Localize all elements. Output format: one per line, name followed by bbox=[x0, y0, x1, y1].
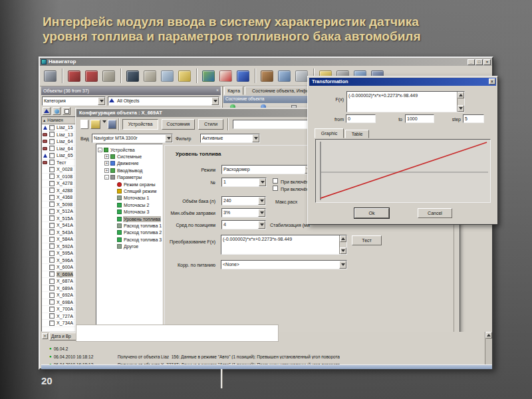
from-field[interactable]: 0 bbox=[346, 114, 376, 123]
chevron-down-icon[interactable] bbox=[98, 97, 105, 105]
chevron-down-icon[interactable] bbox=[211, 97, 219, 105]
object-checkbox[interactable] bbox=[49, 251, 55, 256]
chevron-down-icon[interactable] bbox=[165, 134, 172, 142]
tab-table[interactable]: Table bbox=[345, 130, 369, 138]
save-icon[interactable] bbox=[108, 120, 116, 129]
new-document-icon[interactable] bbox=[80, 120, 88, 129]
object-checkbox[interactable] bbox=[49, 167, 55, 172]
printer-icon[interactable] bbox=[100, 68, 117, 84]
tree-item[interactable]: Расход топлива 3 bbox=[96, 236, 162, 243]
object-checkbox[interactable] bbox=[49, 279, 55, 284]
ignition-checkbox-1[interactable] bbox=[273, 178, 278, 184]
object-checkbox[interactable] bbox=[49, 125, 55, 130]
object-checkbox[interactable] bbox=[49, 195, 55, 200]
terminal-panel-icon[interactable] bbox=[124, 68, 141, 84]
transformation-titlebar[interactable]: Transformation × bbox=[309, 78, 496, 86]
config-tab-states[interactable]: Состояния bbox=[162, 119, 195, 130]
test-button[interactable]: Тест bbox=[352, 235, 382, 245]
tree-item[interactable]: Расход топлива 2 bbox=[96, 229, 162, 236]
config-tab-devices[interactable]: Устройства bbox=[122, 119, 158, 130]
filter-combo[interactable]: Активные bbox=[200, 134, 260, 143]
avg-positions-combo[interactable]: 4 bbox=[221, 220, 266, 229]
scatter-chart-icon[interactable] bbox=[159, 68, 176, 84]
scroll-up-icon[interactable] bbox=[485, 332, 492, 338]
object-checkbox[interactable] bbox=[49, 153, 55, 158]
object-checkbox[interactable] bbox=[49, 174, 55, 179]
object-checkbox[interactable] bbox=[49, 229, 55, 235]
object-checkbox[interactable] bbox=[49, 265, 55, 270]
tree-item[interactable]: -Параметры bbox=[96, 174, 162, 181]
object-checkbox[interactable] bbox=[49, 243, 55, 249]
to-field[interactable]: 1000 bbox=[405, 114, 434, 123]
object-list-column-name[interactable]: Наимен bbox=[47, 117, 63, 124]
view-combo[interactable]: Navigator MTA 3300r bbox=[92, 134, 173, 143]
window-titlebar[interactable]: Навигатор _ □ × bbox=[40, 58, 492, 66]
expand-icon[interactable]: + bbox=[104, 154, 109, 159]
scroll-up-icon[interactable] bbox=[340, 235, 346, 242]
chevron-down-icon[interactable] bbox=[258, 197, 265, 205]
log-close-icon[interactable]: × bbox=[42, 333, 48, 339]
tree-item[interactable]: Другое bbox=[96, 243, 162, 249]
object-checkbox[interactable] bbox=[49, 257, 55, 263]
tab-graphic[interactable]: Graphic bbox=[315, 128, 344, 138]
object-checkbox[interactable] bbox=[49, 299, 55, 305]
vehicle-search-icon[interactable] bbox=[66, 68, 82, 84]
chevron-down-icon[interactable] bbox=[339, 261, 346, 269]
chevron-down-icon[interactable] bbox=[252, 134, 259, 142]
scroll-up-icon[interactable] bbox=[458, 92, 464, 98]
tree-item[interactable]: +Движение bbox=[96, 160, 162, 167]
object-checkbox[interactable] bbox=[49, 313, 55, 319]
log-scrollbar[interactable] bbox=[485, 332, 492, 364]
min-refill-combo[interactable]: 3% bbox=[221, 208, 266, 217]
object-checkbox[interactable] bbox=[49, 321, 55, 326]
expand-icon[interactable]: + bbox=[104, 168, 109, 173]
collapse-icon[interactable]: - bbox=[104, 175, 109, 180]
dialog-fx-field[interactable]: (-0.000002)*x*x+0.2273*x-98.449 bbox=[346, 91, 465, 112]
object-checkbox[interactable] bbox=[49, 237, 55, 242]
close-button[interactable]: × bbox=[483, 59, 491, 65]
field-scrollbar[interactable] bbox=[457, 92, 464, 112]
sort-icon[interactable]: ▴ bbox=[43, 117, 45, 124]
cancel-button[interactable]: Cancel bbox=[418, 208, 452, 218]
object-checkbox[interactable] bbox=[49, 181, 55, 186]
tree-item[interactable]: -Устройства bbox=[96, 146, 162, 153]
objects-checklist-tool-icon[interactable] bbox=[63, 107, 70, 115]
object-checkbox[interactable] bbox=[49, 271, 55, 277]
vehicle-alert-icon[interactable] bbox=[83, 68, 100, 84]
object-checkbox[interactable] bbox=[49, 201, 55, 207]
line-chart-icon[interactable] bbox=[217, 68, 234, 84]
mode-combo[interactable]: Расходомер bbox=[221, 165, 313, 174]
folder-open-icon[interactable] bbox=[176, 68, 193, 84]
objects-clock-tool-icon[interactable] bbox=[53, 107, 61, 115]
route-editor-icon[interactable] bbox=[235, 68, 251, 84]
objects-triangle-tool-icon[interactable] bbox=[43, 107, 51, 115]
ok-button[interactable]: Ok bbox=[354, 208, 389, 218]
tree-item[interactable]: Режим охраны bbox=[96, 181, 162, 188]
category-combo[interactable]: Категория bbox=[42, 96, 106, 106]
tree-item[interactable]: +Ввод/вывод bbox=[96, 167, 162, 174]
object-checkbox[interactable] bbox=[49, 215, 55, 221]
expand-icon[interactable]: + bbox=[104, 161, 109, 166]
transformation-close-button[interactable]: × bbox=[489, 78, 495, 84]
map-terrain-icon[interactable] bbox=[200, 68, 217, 84]
scroll-down-icon[interactable] bbox=[458, 105, 464, 112]
chevron-down-icon[interactable] bbox=[259, 178, 266, 186]
chevron-down-icon[interactable] bbox=[258, 209, 265, 217]
object-checkbox[interactable] bbox=[49, 139, 55, 144]
book-icon[interactable] bbox=[142, 68, 158, 84]
tree-item[interactable]: +Системные bbox=[96, 153, 162, 160]
object-checkbox[interactable] bbox=[49, 209, 55, 214]
search-icon[interactable] bbox=[276, 68, 293, 84]
field-scrollbar[interactable] bbox=[339, 235, 346, 254]
step-field[interactable]: 5 bbox=[463, 114, 484, 123]
object-checkbox[interactable] bbox=[49, 188, 55, 193]
minimize-button[interactable]: _ bbox=[467, 59, 475, 65]
config-tab-styles[interactable]: Стили bbox=[198, 119, 223, 130]
object-checkbox[interactable] bbox=[49, 293, 55, 298]
tools-icon[interactable] bbox=[259, 68, 275, 84]
object-checkbox[interactable] bbox=[49, 223, 55, 228]
maximize-button[interactable]: □ bbox=[475, 59, 483, 65]
objects-filter-combo[interactable]: All Objects bbox=[108, 96, 219, 106]
number-combo[interactable]: 1 bbox=[221, 178, 267, 187]
log-row[interactable]: ●06.04.2010 16:18:12Получено от объекта … bbox=[49, 353, 481, 360]
